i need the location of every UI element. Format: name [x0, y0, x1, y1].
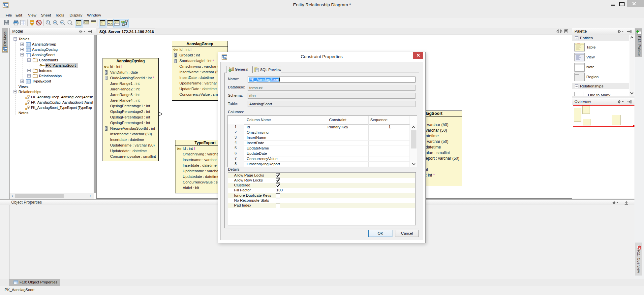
svg-text:NUL: NUL: [108, 22, 113, 25]
svg-text:1:1: 1:1: [47, 21, 50, 23]
